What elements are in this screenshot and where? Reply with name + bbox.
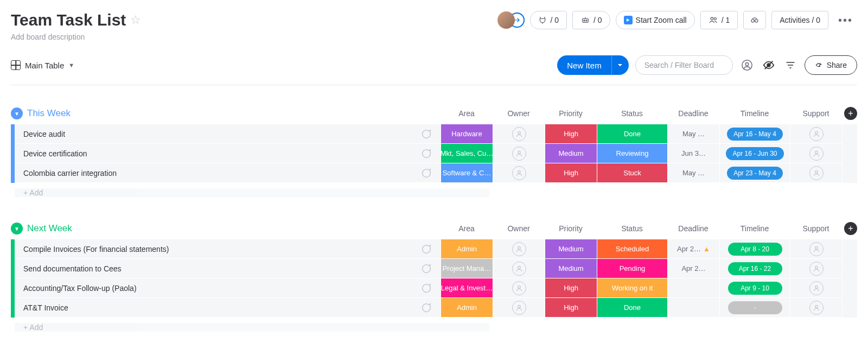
owner-placeholder-icon[interactable] <box>809 301 824 315</box>
group-title[interactable]: This Week <box>27 108 71 119</box>
table-row[interactable]: Device certificationMkt, Sales, Cu…Mediu… <box>11 144 857 163</box>
members-button[interactable]: / 1 <box>700 11 738 29</box>
column-header[interactable]: Support <box>790 224 842 233</box>
timeline-cell[interactable]: - <box>719 298 790 318</box>
table-row[interactable]: Compile Invoices (For financial statemen… <box>11 239 857 259</box>
table-row[interactable]: Device auditHardwareHighDoneMay …Apr 16 … <box>11 124 857 144</box>
support-cell[interactable] <box>790 298 842 318</box>
owner-placeholder-icon[interactable] <box>809 242 824 256</box>
view-switcher[interactable]: Main Table ▼ <box>11 60 74 70</box>
hide-icon[interactable] <box>761 58 776 73</box>
automations-button[interactable]: / 0 <box>572 11 610 29</box>
add-column-button[interactable]: + <box>844 222 857 235</box>
support-cell[interactable] <box>790 163 842 183</box>
star-icon[interactable]: ☆ <box>130 13 141 27</box>
deadline-cell[interactable] <box>667 298 719 318</box>
priority-cell[interactable]: Medium <box>545 259 597 278</box>
board-description[interactable]: Add board description <box>11 33 141 41</box>
status-cell[interactable]: Done <box>597 298 667 318</box>
row-name[interactable]: Accounting/Tax Follow-up (Paola) <box>23 284 137 293</box>
filter-icon[interactable] <box>783 58 798 73</box>
owner-cell[interactable] <box>493 278 545 298</box>
owner-cell[interactable] <box>493 144 545 163</box>
owner-placeholder-icon[interactable] <box>809 281 824 295</box>
support-cell[interactable] <box>790 124 842 144</box>
timeline-cell[interactable]: Apr 16 - Jun 30 <box>719 144 790 163</box>
group-title[interactable]: Next Week <box>27 223 72 234</box>
area-cell[interactable]: Project Mana… <box>441 259 493 278</box>
integrations-button[interactable]: / 0 <box>530 11 567 29</box>
person-filter-icon[interactable] <box>739 58 755 73</box>
priority-cell[interactable]: High <box>545 278 597 298</box>
area-cell[interactable]: Admin <box>441 298 493 318</box>
status-cell[interactable]: Scheduled <box>597 239 667 259</box>
column-header[interactable]: Area <box>441 109 493 118</box>
row-name[interactable]: Compile Invoices (For financial statemen… <box>23 245 169 253</box>
status-cell[interactable]: Done <box>597 124 667 144</box>
chat-icon[interactable] <box>420 243 432 255</box>
deadline-cell[interactable]: May … <box>667 124 719 144</box>
priority-cell[interactable]: Medium <box>545 239 597 259</box>
support-cell[interactable] <box>790 278 842 298</box>
owner-placeholder-icon[interactable] <box>512 262 526 276</box>
group-collapse-toggle[interactable]: ▼ <box>11 107 23 119</box>
area-cell[interactable]: Software & C… <box>441 163 493 183</box>
chat-icon[interactable] <box>420 148 432 160</box>
owner-cell[interactable] <box>493 239 545 259</box>
column-header[interactable]: Priority <box>545 224 597 233</box>
column-header[interactable]: Deadline <box>667 224 719 233</box>
row-name[interactable]: Send documentation to Cees <box>23 264 122 273</box>
zoom-button[interactable]: Start Zoom call <box>616 11 695 29</box>
owner-cell[interactable] <box>493 259 545 278</box>
owner-placeholder-icon[interactable] <box>512 127 526 141</box>
owner-placeholder-icon[interactable] <box>512 281 526 295</box>
chat-icon[interactable] <box>420 128 432 140</box>
status-cell[interactable]: Reviewing <box>597 144 667 163</box>
timeline-cell[interactable]: Apr 8 - 20 <box>719 239 790 259</box>
column-header[interactable]: Area <box>441 224 493 233</box>
add-item-row[interactable]: + Add <box>11 183 857 202</box>
table-row[interactable]: Colombia carrier integrationSoftware & C… <box>11 163 857 183</box>
share-button[interactable]: Share <box>805 55 857 75</box>
status-cell[interactable]: Pending <box>597 259 667 278</box>
row-name[interactable]: Colombia carrier integration <box>23 169 117 178</box>
owner-placeholder-icon[interactable] <box>512 242 526 256</box>
owner-placeholder-icon[interactable] <box>809 147 824 161</box>
owner-placeholder-icon[interactable] <box>809 262 824 276</box>
group-collapse-toggle[interactable]: ▼ <box>11 223 23 234</box>
chat-icon[interactable] <box>420 263 432 275</box>
column-header[interactable]: Timeline <box>719 224 790 233</box>
area-cell[interactable]: Hardware <box>441 124 493 144</box>
support-cell[interactable] <box>790 239 842 259</box>
owner-cell[interactable] <box>493 124 545 144</box>
deadline-cell[interactable] <box>667 278 719 298</box>
column-header[interactable]: Status <box>597 224 667 233</box>
deadline-cell[interactable]: May … <box>667 163 719 183</box>
chat-icon[interactable] <box>420 302 432 314</box>
column-header[interactable]: Status <box>597 109 667 118</box>
last-seen-button[interactable] <box>743 11 766 29</box>
row-name[interactable]: AT&T Invoice <box>23 303 68 312</box>
area-cell[interactable]: Mkt, Sales, Cu… <box>441 144 493 163</box>
timeline-cell[interactable]: Apr 16 - May 4 <box>719 124 790 144</box>
owner-placeholder-icon[interactable] <box>512 166 526 180</box>
add-column-button[interactable]: + <box>844 107 857 120</box>
priority-cell[interactable]: High <box>545 163 597 183</box>
activities-button[interactable]: Activities / 0 <box>771 11 828 29</box>
table-row[interactable]: AT&T InvoiceAdminHighDone- <box>11 298 857 318</box>
area-cell[interactable]: Admin <box>441 239 493 259</box>
area-cell[interactable]: Legal & Invest… <box>441 278 493 298</box>
column-header[interactable]: Timeline <box>719 109 790 118</box>
owner-cell[interactable] <box>493 298 545 318</box>
table-row[interactable]: Send documentation to CeesProject Mana…M… <box>11 259 857 278</box>
search-input[interactable] <box>635 55 733 75</box>
priority-cell[interactable]: Medium <box>545 144 597 163</box>
owner-placeholder-icon[interactable] <box>809 127 824 141</box>
timeline-cell[interactable]: Apr 16 - 22 <box>719 259 790 278</box>
chat-icon[interactable] <box>420 282 432 294</box>
status-cell[interactable]: Stuck <box>597 163 667 183</box>
add-item-row[interactable]: + Add <box>11 318 857 337</box>
owner-placeholder-icon[interactable] <box>809 166 824 180</box>
row-name[interactable]: Device audit <box>23 130 65 138</box>
row-name[interactable]: Device certification <box>23 149 87 158</box>
